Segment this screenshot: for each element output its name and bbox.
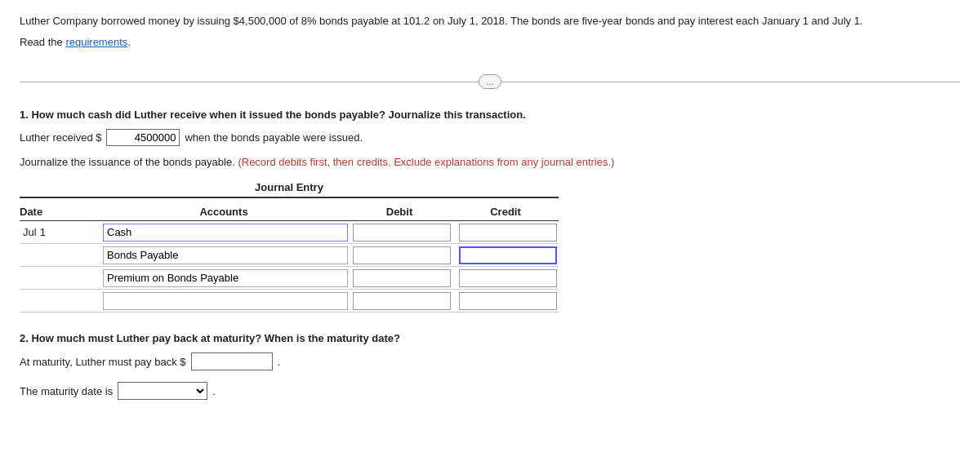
maturity-line: At maturity, Luther must pay back $ . xyxy=(20,352,960,370)
journal-row-2 xyxy=(20,244,559,267)
date-cell-3 xyxy=(20,277,101,280)
journal-row-3 xyxy=(20,267,559,290)
read-label: Read the xyxy=(20,36,63,48)
credit-cell-1 xyxy=(456,222,562,243)
col-date-label: Date xyxy=(20,206,101,218)
read-line: Read the requirements. xyxy=(20,36,960,48)
account-cell-4 xyxy=(101,290,350,312)
journalize-prefix: Journalize the issuance of the bonds pay… xyxy=(20,156,235,168)
journalize-instruction: (Record debits first, then credits. Excl… xyxy=(238,156,614,168)
debit-input-3[interactable] xyxy=(353,269,451,287)
section1-title: 1. How much cash did Luther receive when… xyxy=(20,109,960,121)
date-cell-2 xyxy=(20,254,101,257)
col-accounts-label: Accounts xyxy=(101,206,346,218)
account-input-2[interactable] xyxy=(103,246,348,264)
date-cell-4 xyxy=(20,299,101,303)
maturity-date-line: The maturity date is July 1, 2023 Januar… xyxy=(20,382,960,400)
debit-cell-1 xyxy=(350,222,456,243)
journal-entry-title: Journal Entry xyxy=(20,181,559,198)
period: . xyxy=(127,36,131,48)
credit-input-1[interactable] xyxy=(459,224,557,242)
debit-cell-3 xyxy=(350,268,456,289)
divider-area: ... xyxy=(20,74,960,89)
journal-header: Date Accounts Debit Credit xyxy=(20,203,559,221)
credit-input-2[interactable] xyxy=(459,246,557,264)
debit-cell-2 xyxy=(350,245,456,266)
debit-input-4[interactable] xyxy=(353,292,451,310)
debit-input-1[interactable] xyxy=(353,224,451,242)
luther-received-suffix: when the bonds payable were issued. xyxy=(185,131,363,144)
credit-input-4[interactable] xyxy=(459,292,557,310)
luther-received-line: Luther received $ when the bonds payable… xyxy=(20,129,960,146)
maturity-suffix: . xyxy=(278,356,281,368)
account-input-4[interactable] xyxy=(103,292,348,310)
journal-row-4 xyxy=(20,290,559,313)
credit-cell-2 xyxy=(456,245,562,266)
maturity-date-prefix: The maturity date is xyxy=(20,385,113,397)
date-cell-1: Jul 1 xyxy=(20,224,101,240)
debit-cell-4 xyxy=(350,290,456,312)
account-input-1[interactable] xyxy=(103,224,348,242)
dots-button[interactable]: ... xyxy=(479,74,501,89)
maturity-date-suffix: . xyxy=(212,385,216,397)
debit-input-2[interactable] xyxy=(353,246,451,264)
requirements-link[interactable]: requirements xyxy=(65,36,127,48)
maturity-prefix: At maturity, Luther must pay back $ xyxy=(20,356,186,368)
section2-title: 2. How much must Luther pay back at matu… xyxy=(20,332,960,344)
luther-received-prefix: Luther received $ xyxy=(20,131,101,144)
luther-amount-input[interactable] xyxy=(106,129,180,146)
journal-row-1: Jul 1 xyxy=(20,221,559,244)
credit-cell-4 xyxy=(456,290,562,312)
credit-input-3[interactable] xyxy=(459,269,557,287)
journal-entry-container: Journal Entry Date Accounts Debit Credit… xyxy=(20,181,559,313)
date-month-1: Jul xyxy=(23,226,37,238)
journalize-text: Journalize the issuance of the bonds pay… xyxy=(20,154,960,171)
credit-cell-3 xyxy=(456,268,562,289)
maturity-date-select[interactable]: July 1, 2023 January 1, 2023 July 1, 202… xyxy=(118,382,207,400)
maturity-amount-input[interactable] xyxy=(191,352,273,370)
account-cell-1 xyxy=(101,222,350,243)
row-num-1: 1 xyxy=(40,226,46,238)
intro-text: Luther Company borrowed money by issuing… xyxy=(20,13,960,29)
account-cell-2 xyxy=(101,245,350,266)
col-credit-label: Credit xyxy=(452,206,559,218)
col-debit-label: Debit xyxy=(346,206,452,218)
account-input-3[interactable] xyxy=(103,269,348,287)
account-cell-3 xyxy=(101,268,350,289)
